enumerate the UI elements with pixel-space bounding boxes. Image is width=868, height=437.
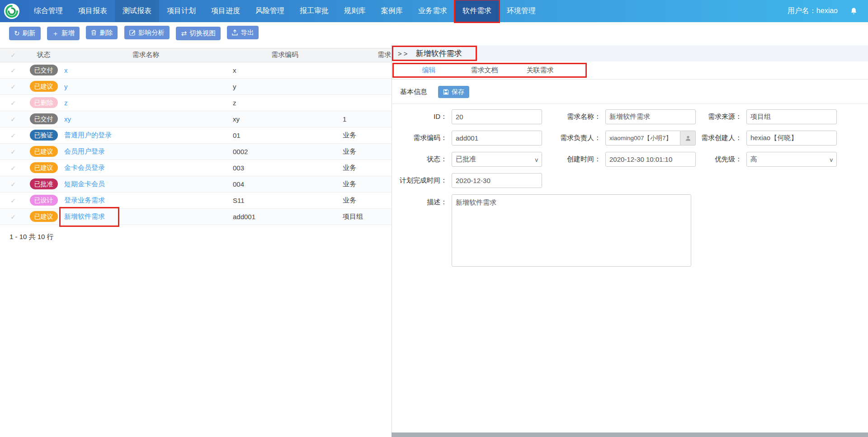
description-label: 描述： xyxy=(399,198,452,207)
nav-item[interactable]: 项目报表 xyxy=(71,0,115,22)
requirement-name-link[interactable]: x xyxy=(64,66,68,74)
requirement-code-cell: z xyxy=(231,94,339,111)
requirement-code-cell: xy xyxy=(231,111,339,127)
row-check-icon[interactable] xyxy=(0,160,26,176)
nav-item[interactable]: 风险管理 xyxy=(248,0,292,22)
row-check-icon[interactable] xyxy=(0,78,26,94)
nav-item[interactable]: 项目进度 xyxy=(203,0,248,22)
status-badge: 已批准 xyxy=(30,179,58,190)
nav-item[interactable]: 软件需求 xyxy=(455,0,499,22)
requirement-code-cell: y xyxy=(231,78,339,94)
creator-field[interactable] xyxy=(746,131,837,146)
nav-item[interactable]: 报工审批 xyxy=(292,0,336,22)
row-check-icon[interactable] xyxy=(0,192,26,208)
nav-item[interactable]: 测试报表 xyxy=(115,0,159,22)
nav-item[interactable]: 案例库 xyxy=(373,0,410,22)
tab-requirement-docs[interactable]: 需求文档 xyxy=(457,66,512,75)
save-button[interactable]: 保存 xyxy=(438,86,469,98)
username-label: 用户名：hexiao xyxy=(788,6,838,16)
requirement-detail-panel: >> 新增软件需求 编辑 需求文档 关联需求 基本信息 保存 ID： xyxy=(392,45,868,432)
requirement-name-link[interactable]: xy xyxy=(64,115,71,123)
requirement-source-field[interactable] xyxy=(746,109,837,124)
row-check-icon[interactable] xyxy=(0,111,26,127)
created-time-field[interactable] xyxy=(605,152,696,167)
panel-title-bar: >> 新增软件需求 xyxy=(392,45,868,61)
requirement-code-cell: 003 xyxy=(231,160,339,176)
nav-item[interactable]: 规则库 xyxy=(336,0,373,22)
requirement-code-cell: 01 xyxy=(231,127,339,143)
row-check-icon[interactable] xyxy=(0,143,26,160)
impact-analysis-button[interactable]: 影响分析 xyxy=(124,26,170,39)
owner-label: 需求负责人： xyxy=(542,134,605,142)
red-annotation-box: >> 新增软件需求 xyxy=(392,46,477,61)
app-logo[interactable] xyxy=(4,3,20,19)
nav-item[interactable]: 环境管理 xyxy=(499,0,543,22)
person-icon xyxy=(685,135,691,141)
export-button[interactable]: 导出 xyxy=(227,26,259,39)
id-field[interactable] xyxy=(452,109,542,124)
plus-icon: ＋ xyxy=(52,30,59,37)
status-select[interactable]: 已批准 xyxy=(452,152,542,167)
created-time-label: 创建时间： xyxy=(542,155,605,164)
status-label: 状态： xyxy=(399,155,452,164)
save-floppy-icon xyxy=(443,89,449,95)
nav-item[interactable]: 项目计划 xyxy=(159,0,203,22)
requirement-code-cell: 004 xyxy=(231,176,339,192)
status-badge: 已交付 xyxy=(30,65,58,76)
status-badge: 已设计 xyxy=(30,195,58,206)
panel-tabs: 编辑 需求文档 关联需求 xyxy=(392,61,868,80)
tab-edit[interactable]: 编辑 xyxy=(401,66,457,75)
switch-view-button[interactable]: ⇄ 切换视图 xyxy=(176,27,221,40)
add-button[interactable]: ＋ 新增 xyxy=(47,27,80,40)
requirement-name-link[interactable]: 会员用户登录 xyxy=(64,147,105,155)
requirement-name-link[interactable]: 短期金卡会员 xyxy=(64,180,105,188)
delete-button[interactable]: 删除 xyxy=(86,26,118,39)
status-badge: 已建议 xyxy=(30,162,58,174)
requirement-name-link[interactable]: 新增软件需求 xyxy=(64,212,105,220)
column-header-status: 状态 xyxy=(26,48,61,62)
edit-square-icon xyxy=(129,29,136,36)
table-toolbar: ↻ 刷新 ＋ 新增 删除 影响分析 ⇄ 切换视图 导出 xyxy=(0,22,868,44)
requirement-name-link[interactable]: 金卡会员登录 xyxy=(64,164,105,171)
requirement-name-link[interactable]: 普通用户的登录 xyxy=(64,131,112,139)
creator-label: 需求创建人： xyxy=(696,134,746,142)
nav-item[interactable]: 综合管理 xyxy=(26,0,71,22)
requirement-name-field[interactable] xyxy=(605,109,696,124)
status-badge: 已删除 xyxy=(30,97,58,108)
notification-bell-icon[interactable] xyxy=(849,7,858,15)
refresh-button[interactable]: ↻ 刷新 xyxy=(9,27,41,40)
nav-item[interactable]: 业务需求 xyxy=(410,0,455,22)
row-check-icon[interactable] xyxy=(0,62,26,78)
edit-form: 基本信息 保存 ID： 需求名称： 需求来源： xyxy=(392,80,868,267)
owner-field[interactable] xyxy=(605,131,680,146)
requirement-code-field[interactable] xyxy=(452,131,542,146)
top-nav-bar: 综合管理 项目报表 测试报表 项目计划 项目进度 风险管理 报工审批 规则库 案… xyxy=(0,0,868,22)
status-badge: 已建议 xyxy=(30,211,58,222)
trash-icon xyxy=(91,29,97,36)
plan-finish-field[interactable] xyxy=(452,173,542,188)
select-all-check-icon[interactable] xyxy=(0,48,26,62)
column-header-code: 需求编码 xyxy=(231,48,339,62)
requirement-name-link[interactable]: 登录业务需求 xyxy=(64,196,105,204)
row-check-icon[interactable] xyxy=(0,94,26,111)
section-label-basic-info: 基本信息 xyxy=(400,88,427,96)
row-check-icon[interactable] xyxy=(0,208,26,225)
horizontal-scrollbar[interactable] xyxy=(392,432,868,437)
priority-select[interactable]: 高 xyxy=(746,152,837,167)
requirement-name-link[interactable]: y xyxy=(64,83,68,90)
swap-arrows-icon: ⇄ xyxy=(181,30,187,37)
row-check-icon[interactable] xyxy=(0,176,26,192)
requirement-code-cell: x xyxy=(231,62,339,78)
row-check-icon[interactable] xyxy=(0,127,26,143)
status-badge: 已建议 xyxy=(30,81,58,92)
chevron-down-icon xyxy=(830,155,833,163)
tab-related-requirements[interactable]: 关联需求 xyxy=(512,66,568,75)
status-badge: 已建议 xyxy=(30,146,58,157)
requirement-name-label: 需求名称： xyxy=(542,113,605,121)
requirement-code-cell: S11 xyxy=(231,192,339,208)
owner-picker-button[interactable] xyxy=(680,131,696,146)
description-field[interactable]: 新增软件需求 xyxy=(452,194,691,267)
panel-title: 新增软件需求 xyxy=(416,48,462,59)
requirement-name-link[interactable]: z xyxy=(64,99,68,107)
requirement-code-label: 需求编码： xyxy=(399,134,452,142)
